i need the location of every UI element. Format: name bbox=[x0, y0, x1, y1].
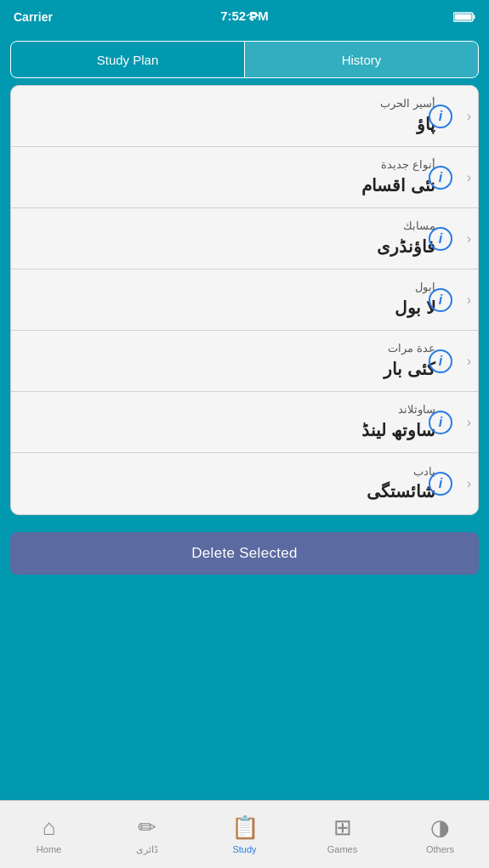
status-time: 7:52 PM bbox=[220, 9, 269, 23]
urdu-text: کئی بار bbox=[384, 357, 435, 381]
study-plan-tab[interactable]: Study Plan bbox=[11, 42, 245, 77]
history-tab[interactable]: History bbox=[245, 42, 478, 77]
info-button[interactable]: i bbox=[429, 472, 452, 496]
arabic-text: أنواع جديدة bbox=[381, 157, 435, 173]
tab-home-label: Home bbox=[37, 844, 61, 854]
urdu-text: ساوتھ لینڈ bbox=[361, 418, 435, 442]
arabic-text: عدة مرات bbox=[388, 341, 435, 356]
svg-rect-1 bbox=[473, 15, 475, 20]
list-item[interactable]: أنواع جديدةنئی اقسامi› bbox=[11, 147, 478, 208]
urdu-text: نئی اقسام bbox=[361, 173, 435, 197]
tab-bar: ⌂ Home ✏ ڈائری 📋 Study ⊞ Games ◑ Others bbox=[0, 800, 489, 868]
list-item[interactable]: مسابكفاؤنڈریi› bbox=[11, 208, 478, 269]
list-item[interactable]: بادبشائستگیi› bbox=[11, 453, 478, 514]
tab-home[interactable]: ⌂ Home bbox=[0, 814, 98, 854]
battery-icon bbox=[453, 11, 475, 23]
carrier-label: Carrier bbox=[14, 10, 53, 24]
chevron-right-icon: › bbox=[467, 292, 471, 308]
list-item[interactable]: ابوللا بولi› bbox=[11, 269, 478, 331]
tab-others[interactable]: ◑ Others bbox=[391, 814, 489, 854]
list-item[interactable]: ساوثلاندساوتھ لینڈi› bbox=[11, 392, 478, 453]
segment-control: Study Plan History bbox=[10, 41, 479, 78]
urdu-text: شائستگی bbox=[367, 479, 435, 503]
tab-diary[interactable]: ✏ ڈائری bbox=[98, 814, 196, 855]
diary-icon: ✏ bbox=[138, 814, 156, 841]
info-button[interactable]: i bbox=[429, 105, 452, 128]
delete-btn-container: Delete Selected bbox=[10, 532, 479, 575]
tab-others-label: Others bbox=[426, 844, 454, 854]
urdu-text: فاؤنڈری bbox=[377, 235, 435, 258]
chevron-right-icon: › bbox=[467, 170, 471, 185]
status-bar: Carrier 7:52 PM bbox=[0, 0, 489, 34]
list-item[interactable]: أسير الحربپاؤi› bbox=[11, 86, 478, 147]
chevron-right-icon: › bbox=[467, 109, 471, 124]
study-icon: 📋 bbox=[231, 814, 259, 841]
arabic-text: أسير الحرب bbox=[380, 96, 435, 111]
info-button[interactable]: i bbox=[429, 349, 452, 373]
tab-games[interactable]: ⊞ Games bbox=[293, 814, 391, 854]
games-icon: ⊞ bbox=[333, 814, 352, 841]
chevron-right-icon: › bbox=[467, 354, 471, 369]
tab-diary-label: ڈائری bbox=[136, 844, 158, 855]
others-icon: ◑ bbox=[430, 814, 450, 841]
tab-study[interactable]: 📋 Study bbox=[196, 814, 293, 854]
delete-selected-button[interactable]: Delete Selected bbox=[10, 532, 479, 575]
home-icon: ⌂ bbox=[43, 814, 56, 841]
list-item[interactable]: عدة مراتکئی بارi› bbox=[11, 331, 478, 392]
chevron-right-icon: › bbox=[467, 415, 471, 430]
chevron-right-icon: › bbox=[467, 476, 471, 491]
info-button[interactable]: i bbox=[429, 288, 452, 312]
svg-rect-2 bbox=[454, 14, 471, 20]
chevron-right-icon: › bbox=[467, 231, 471, 247]
info-button[interactable]: i bbox=[429, 227, 452, 251]
info-button[interactable]: i bbox=[429, 411, 452, 434]
tab-study-label: Study bbox=[232, 844, 256, 854]
tab-games-label: Games bbox=[327, 844, 357, 854]
info-button[interactable]: i bbox=[429, 166, 452, 190]
word-list: أسير الحربپاؤi›أنواع جديدةنئی اقسامi›مسا… bbox=[10, 85, 479, 515]
